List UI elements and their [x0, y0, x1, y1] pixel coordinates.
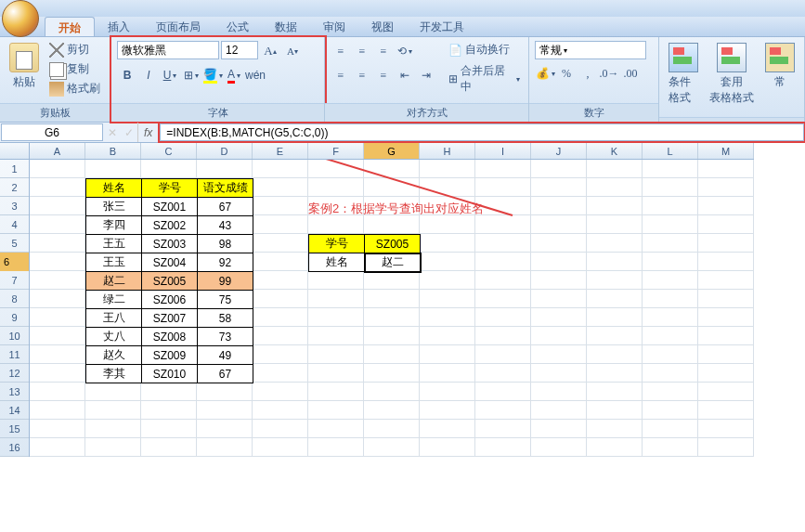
- cell[interactable]: [253, 327, 308, 345]
- cell[interactable]: [643, 160, 698, 178]
- cell[interactable]: [253, 160, 308, 178]
- cell[interactable]: [531, 290, 587, 308]
- cell[interactable]: [698, 290, 754, 308]
- cell[interactable]: [475, 401, 531, 420]
- cell[interactable]: [643, 271, 698, 290]
- cell[interactable]: [420, 271, 475, 290]
- cell[interactable]: [253, 345, 308, 364]
- cell[interactable]: [531, 420, 587, 438]
- row-header-15[interactable]: 15: [0, 420, 29, 438]
- bold-button[interactable]: B: [117, 65, 137, 85]
- cell[interactable]: [308, 420, 364, 438]
- cell[interactable]: [531, 234, 587, 253]
- cell[interactable]: [531, 197, 587, 215]
- cell[interactable]: [30, 308, 85, 327]
- cell[interactable]: [420, 401, 475, 420]
- cell[interactable]: [420, 308, 475, 327]
- cell[interactable]: [698, 178, 754, 197]
- cell[interactable]: [587, 271, 643, 290]
- cell[interactable]: [253, 178, 308, 197]
- cell[interactable]: [30, 364, 85, 383]
- col-header-K[interactable]: K: [587, 143, 643, 159]
- cell[interactable]: [308, 308, 364, 327]
- align-center-button[interactable]: ≡: [352, 65, 372, 85]
- col-header-I[interactable]: I: [475, 143, 531, 159]
- grid-row[interactable]: [30, 383, 805, 401]
- cell[interactable]: [253, 438, 308, 457]
- grid-row[interactable]: [30, 438, 805, 457]
- select-all-corner[interactable]: [0, 143, 30, 160]
- cell[interactable]: [643, 401, 698, 420]
- font-size-select[interactable]: 12: [221, 41, 258, 59]
- cell[interactable]: [698, 401, 754, 420]
- cell[interactable]: [531, 438, 587, 457]
- cell[interactable]: [30, 178, 85, 197]
- col-header-A[interactable]: A: [30, 143, 85, 159]
- cell[interactable]: [643, 234, 698, 253]
- cell[interactable]: [420, 364, 475, 383]
- cell[interactable]: [475, 215, 531, 234]
- name-box[interactable]: G6: [1, 123, 103, 141]
- cell[interactable]: [364, 345, 420, 364]
- border-button[interactable]: ⊞: [181, 65, 201, 85]
- cell[interactable]: [475, 345, 531, 364]
- cell[interactable]: [698, 345, 754, 364]
- cell[interactable]: [85, 438, 141, 457]
- cell[interactable]: [698, 271, 754, 290]
- number-format-select[interactable]: 常规: [535, 41, 646, 59]
- row-header-16[interactable]: 16: [0, 438, 29, 457]
- cell[interactable]: [364, 215, 420, 234]
- col-header-E[interactable]: E: [253, 143, 308, 159]
- cell[interactable]: [475, 308, 531, 327]
- cell[interactable]: [475, 383, 531, 401]
- grid-row[interactable]: [30, 401, 805, 420]
- cell[interactable]: [364, 178, 420, 197]
- cell[interactable]: [475, 234, 531, 253]
- col-header-L[interactable]: L: [643, 143, 698, 159]
- cell[interactable]: [643, 178, 698, 197]
- tab-dev[interactable]: 开发工具: [407, 17, 477, 36]
- cell[interactable]: [698, 197, 754, 215]
- cell[interactable]: [30, 253, 85, 271]
- cell[interactable]: [587, 401, 643, 420]
- cell[interactable]: [253, 197, 308, 215]
- worksheet[interactable]: ABCDEFGHIJKLM 12345678910111213141516 姓名…: [0, 143, 805, 532]
- cell[interactable]: [587, 345, 643, 364]
- indent-dec-button[interactable]: ⇤: [395, 65, 415, 85]
- cell[interactable]: [475, 160, 531, 178]
- conditional-format-button[interactable]: 条件格式: [665, 41, 702, 108]
- row-header-4[interactable]: 4: [0, 215, 29, 234]
- fill-color-button[interactable]: 🪣: [202, 65, 223, 85]
- row-header-9[interactable]: 9: [0, 308, 29, 327]
- cell[interactable]: [308, 178, 364, 197]
- cell[interactable]: [420, 160, 475, 178]
- cell[interactable]: [420, 253, 475, 271]
- cell[interactable]: [30, 160, 85, 178]
- comma-button[interactable]: ,: [578, 63, 598, 84]
- row-header-3[interactable]: 3: [0, 197, 29, 215]
- cell[interactable]: [643, 420, 698, 438]
- col-header-B[interactable]: B: [85, 143, 141, 159]
- cell[interactable]: [531, 160, 587, 178]
- cell[interactable]: [253, 253, 308, 271]
- cell[interactable]: [308, 345, 364, 364]
- cell[interactable]: [531, 308, 587, 327]
- row-header-7[interactable]: 7: [0, 271, 29, 290]
- cell[interactable]: [141, 401, 197, 420]
- cell[interactable]: [253, 401, 308, 420]
- cell[interactable]: [475, 253, 531, 271]
- cell[interactable]: [141, 438, 197, 457]
- cell[interactable]: [643, 383, 698, 401]
- fx-icon[interactable]: fx: [137, 123, 159, 142]
- cell[interactable]: [308, 438, 364, 457]
- cell[interactable]: [475, 364, 531, 383]
- cell[interactable]: [698, 420, 754, 438]
- col-header-F[interactable]: F: [308, 143, 364, 159]
- cell[interactable]: [30, 290, 85, 308]
- column-headers[interactable]: ABCDEFGHIJKLM: [30, 143, 754, 160]
- cell[interactable]: [141, 420, 197, 438]
- cell[interactable]: [531, 383, 587, 401]
- cell[interactable]: [30, 345, 85, 364]
- cell[interactable]: [420, 345, 475, 364]
- tab-view[interactable]: 视图: [358, 17, 407, 36]
